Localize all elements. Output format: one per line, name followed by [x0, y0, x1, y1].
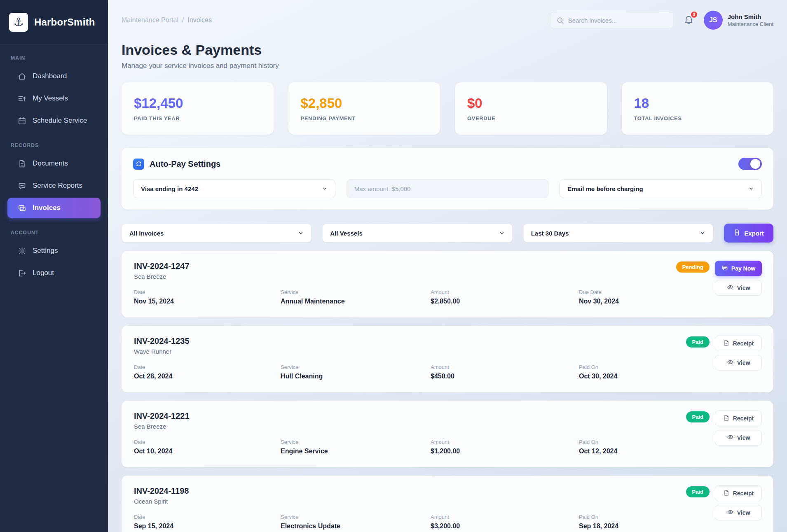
invoice-paid-date: Oct 30, 2024: [579, 373, 691, 380]
status-badge: Paid: [686, 336, 710, 348]
field-label: Amount: [431, 289, 579, 295]
field-label: Date: [134, 514, 281, 520]
search-input[interactable]: [568, 17, 668, 24]
date-filter-select[interactable]: Last 30 Days: [523, 224, 713, 243]
invoice-vessel: Sea Breeze: [134, 423, 761, 430]
notification-option-select[interactable]: Email me before charging: [560, 179, 762, 198]
field-label: Service: [281, 514, 431, 520]
receipt-icon: [723, 490, 730, 497]
document-icon: [17, 159, 26, 168]
payment-method-select[interactable]: Visa ending in 4242: [133, 179, 335, 198]
sidebar-item-schedule-service[interactable]: Schedule Service: [7, 110, 101, 131]
max-amount-field-wrap: [347, 179, 549, 198]
field-label: Paid On: [579, 364, 691, 370]
view-label: View: [737, 509, 750, 516]
vessel-filter-value: All Vessels: [330, 230, 362, 237]
user-name: John Smith: [728, 13, 773, 20]
stat-card-total-invoices: 18 TOTAL INVOICES: [622, 82, 774, 135]
receipt-label: Receipt: [733, 340, 754, 347]
view-button[interactable]: View: [715, 430, 762, 446]
receipt-button[interactable]: Receipt: [715, 411, 762, 426]
export-label: Export: [744, 230, 764, 237]
stat-value: $0: [467, 96, 595, 111]
max-amount-input[interactable]: [354, 185, 541, 192]
export-icon: [733, 229, 740, 237]
field-label: Service: [281, 364, 431, 370]
view-button[interactable]: View: [715, 355, 762, 371]
sidebar: ⚓ HarborSmith MAIN Dashboard My Vessels …: [0, 0, 108, 532]
field-label: Paid On: [579, 439, 691, 445]
status-badge: Pending: [676, 261, 710, 273]
chevron-down-icon: [322, 186, 328, 191]
invoice-vessel: Ocean Spirit: [134, 498, 761, 505]
stats-row: $12,450 PAID THIS YEAR $2,850 PENDING PA…: [122, 82, 773, 135]
receipt-label: Receipt: [733, 490, 754, 497]
notifications-button[interactable]: 3: [684, 14, 694, 26]
stat-value: $12,450: [134, 96, 261, 111]
breadcrumb-parent[interactable]: Maintenance Portal: [122, 16, 178, 24]
invoice-filter-select[interactable]: All Invoices: [122, 224, 312, 243]
calendar-icon: [17, 116, 26, 125]
autopay-toggle[interactable]: [738, 158, 762, 170]
invoice-paid-date: Sep 18, 2024: [579, 523, 691, 530]
sidebar-item-documents[interactable]: Documents: [7, 153, 101, 174]
stat-label: PENDING PAYMENT: [301, 115, 428, 121]
view-button[interactable]: View: [715, 505, 762, 520]
sidebar-item-settings[interactable]: Settings: [7, 240, 101, 261]
main-area: Maintenance Portal / Invoices 3 JS John …: [108, 0, 787, 532]
receipt-button[interactable]: Receipt: [715, 485, 762, 501]
payment-method-value: Visa ending in 4242: [141, 185, 198, 192]
search-icon: [556, 16, 564, 24]
sidebar-item-my-vessels[interactable]: My Vessels: [7, 88, 101, 109]
sidebar-item-logout[interactable]: Logout: [7, 263, 101, 283]
sidebar-item-label: Logout: [33, 269, 54, 277]
autopay-panel: Auto-Pay Settings Visa ending in 4242 Em…: [122, 148, 773, 210]
sidebar-item-service-reports[interactable]: Service Reports: [7, 175, 101, 196]
sidebar-item-label: Documents: [33, 159, 68, 168]
invoice-amount: $1,200.00: [431, 448, 579, 455]
field-label: Due Date: [579, 289, 691, 295]
sidebar-item-dashboard[interactable]: Dashboard: [7, 66, 101, 86]
chevron-down-icon: [748, 186, 754, 191]
user-menu[interactable]: JS John Smith Maintenance Client: [704, 11, 773, 30]
sidebar-item-label: Service Reports: [33, 182, 82, 190]
vessel-filter-select[interactable]: All Vessels: [322, 224, 512, 243]
view-label: View: [737, 285, 750, 291]
sidebar-item-label: Settings: [33, 247, 58, 255]
sidebar-item-label: My Vessels: [33, 94, 68, 103]
invoice-amount: $3,200.00: [431, 523, 579, 530]
stat-value: 18: [634, 96, 761, 111]
sidebar-section-account: ACCOUNT: [11, 230, 108, 236]
invoice-filter-value: All Invoices: [129, 230, 164, 237]
user-role: Maintenance Client: [728, 21, 773, 27]
stat-card-overdue: $0 OVERDUE: [455, 82, 607, 135]
field-label: Date: [134, 289, 281, 295]
chevron-down-icon: [700, 230, 705, 236]
pay-now-label: Pay Now: [731, 265, 755, 272]
card-icon: [721, 265, 728, 273]
chevron-down-icon: [298, 230, 304, 236]
field-label: Amount: [431, 439, 579, 445]
receipt-icon: [723, 415, 730, 422]
sidebar-item-invoices[interactable]: Invoices: [7, 198, 101, 218]
breadcrumb-current: Invoices: [187, 16, 212, 24]
invoice-id: INV-2024-1235: [134, 336, 761, 346]
export-button[interactable]: Export: [724, 224, 773, 243]
pay-now-button[interactable]: Pay Now: [715, 261, 762, 276]
receipt-button[interactable]: Receipt: [715, 336, 762, 351]
invoice-vessel: Wave Runner: [134, 348, 761, 355]
logout-icon: [17, 268, 26, 278]
view-label: View: [737, 434, 750, 441]
view-button[interactable]: View: [715, 280, 762, 296]
invoice-id: INV-2024-1247: [134, 261, 761, 271]
chevron-down-icon: [499, 230, 505, 236]
field-label: Date: [134, 364, 281, 370]
home-icon: [17, 72, 26, 81]
invoice-icon: [17, 203, 26, 212]
invoice-id: INV-2024-1198: [134, 486, 761, 496]
invoice-date: Nov 15, 2024: [134, 298, 281, 305]
invoice-service: Annual Maintenance: [281, 298, 431, 305]
filters-row: All Invoices All Vessels Last 30 Days: [122, 224, 773, 243]
sync-icon: [133, 159, 144, 170]
sidebar-section-records: RECORDS: [11, 142, 108, 148]
